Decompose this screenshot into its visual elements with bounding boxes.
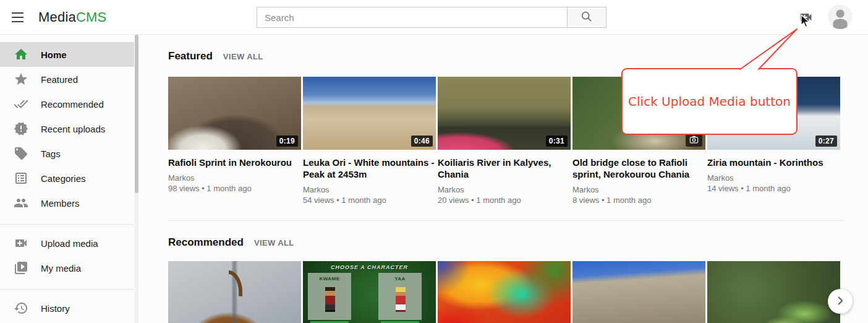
upload-media-icon — [14, 236, 28, 251]
annotation-text: Click Upload Media button — [628, 94, 791, 109]
logo-cms-text: CMS — [76, 9, 107, 25]
video-thumbnail[interactable] — [707, 261, 840, 323]
person-icon — [828, 20, 853, 29]
site-logo[interactable]: MediaCMS — [38, 0, 106, 35]
sidebar-item-featured[interactable]: Featured — [0, 67, 134, 92]
recommended-section-header: Recommended VIEW ALL — [168, 236, 294, 249]
sidebar-item-history[interactable]: History — [0, 296, 134, 321]
video-card — [168, 261, 301, 323]
duration-badge: 0:27 — [815, 136, 837, 147]
sidebar-item-label: Upload media — [41, 238, 98, 249]
video-meta: 8 views • 1 month ago — [572, 195, 705, 206]
sidebar-item-categories[interactable]: Categories — [0, 166, 134, 191]
video-card: CHOOSE A CHARACTER KWAME YAA Selected Se… — [303, 261, 436, 323]
duration-badge: 0:19 — [276, 136, 298, 147]
carousel-next-button[interactable] — [828, 289, 853, 314]
search-bar — [257, 7, 606, 28]
sidebar-item-recommended[interactable]: Recommended — [0, 92, 134, 116]
video-thumbnail[interactable] — [438, 261, 571, 323]
video-thumbnail[interactable]: 0:31 — [438, 77, 571, 150]
sidebar-nav: Home Featured Recommended Recent uploads… — [0, 35, 140, 323]
duration-badge: 0:46 — [411, 136, 433, 147]
video-meta: 98 views • 1 month ago — [168, 183, 301, 194]
chevron-right-icon — [833, 294, 847, 309]
video-author[interactable]: Markos — [168, 173, 301, 183]
video-thumbnail[interactable]: CHOOSE A CHARACTER KWAME YAA Selected Se… — [303, 261, 436, 323]
section-title: Featured — [168, 50, 213, 62]
sidebar-item-label: Categories — [41, 173, 86, 184]
sidebar-item-tags[interactable]: Tags — [0, 141, 134, 166]
sidebar-item-label: Tags — [41, 149, 61, 159]
logo-media-text: Media — [38, 9, 76, 25]
video-title[interactable]: Old bridge close to Rafioli sprint, Nero… — [572, 157, 705, 180]
annotation-callout: Click Upload Media button — [621, 68, 798, 135]
section-divider — [168, 220, 843, 221]
game-character-name: YAA — [379, 276, 421, 282]
video-card — [707, 261, 840, 323]
video-meta: 14 views • 1 month ago — [707, 183, 840, 194]
sidebar-item-recent-uploads[interactable]: Recent uploads — [0, 116, 134, 141]
pumpkin-stem-art — [226, 270, 245, 296]
sidebar-scrollbar[interactable] — [135, 35, 138, 323]
upload-media-button[interactable] — [797, 10, 814, 25]
video-thumbnail[interactable]: 0:19 — [168, 77, 301, 150]
search-button[interactable] — [567, 7, 606, 28]
game-character-panel: KWAME — [308, 273, 351, 320]
sidebar-item-label: History — [41, 303, 70, 314]
game-character-sprite — [325, 287, 335, 312]
sidebar-item-label: Recommended — [41, 99, 104, 110]
video-card: 0:46 Leuka Ori - White mountains - Peak … — [303, 77, 436, 206]
video-meta: 20 views • 1 month ago — [438, 195, 571, 206]
sidebar-item-my-media[interactable]: My media — [0, 256, 134, 280]
new-releases-icon — [14, 121, 28, 136]
sidebar-item-label: Home — [41, 50, 67, 60]
search-input[interactable] — [257, 7, 567, 28]
video-thumbnail[interactable] — [168, 261, 301, 323]
video-author[interactable]: Markos — [438, 184, 571, 195]
video-card — [438, 261, 571, 323]
sidebar-item-label: Featured — [41, 74, 78, 85]
sidebar-divider — [0, 289, 134, 290]
video-title[interactable]: Koiliaris River in Kalyves, Chania — [438, 157, 571, 180]
video-thumbnail[interactable] — [572, 261, 705, 323]
history-icon — [14, 301, 28, 316]
categories-icon — [14, 171, 28, 186]
section-title: Recommended — [168, 236, 244, 249]
video-title[interactable]: Ziria mountain - Korinthos — [707, 157, 840, 168]
tag-icon — [14, 146, 28, 161]
sidebar-item-label: Recent uploads — [41, 124, 105, 134]
video-author[interactable]: Markos — [572, 184, 705, 195]
star-icon — [14, 72, 28, 87]
featured-section-header: Featured VIEW ALL — [168, 50, 263, 62]
duration-badge: 0:31 — [546, 136, 568, 147]
recommended-view-all-link[interactable]: VIEW ALL — [254, 238, 294, 248]
video-card: 0:31 Koiliaris River in Kalyves, Chania … — [438, 77, 571, 206]
user-avatar[interactable] — [828, 4, 853, 29]
video-author[interactable]: Markos — [303, 184, 436, 195]
upload-media-icon — [798, 17, 814, 27]
camera-icon — [689, 135, 699, 146]
game-character-sprite — [396, 287, 406, 312]
sidebar-item-members[interactable]: Members — [0, 191, 134, 215]
video-author[interactable]: Markos — [707, 173, 840, 183]
sidebar-divider — [0, 224, 134, 225]
scrollbar-thumb[interactable] — [135, 35, 138, 193]
search-icon — [580, 10, 594, 25]
featured-view-all-link[interactable]: VIEW ALL — [223, 52, 263, 61]
sidebar-item-home[interactable]: Home — [0, 42, 134, 67]
sidebar-item-label: Members — [41, 198, 80, 209]
game-thumb-heading: CHOOSE A CHARACTER — [303, 264, 436, 270]
sidebar-item-upload-media[interactable]: Upload media — [0, 231, 134, 256]
video-thumbnail[interactable]: 0:46 — [303, 77, 436, 150]
video-title[interactable]: Rafioli Sprint in Nerokourou — [168, 157, 301, 168]
home-icon — [14, 47, 28, 62]
camera-badge — [686, 134, 702, 147]
top-header: MediaCMS — [0, 0, 868, 35]
people-icon — [14, 196, 28, 210]
double-check-icon — [14, 97, 28, 111]
video-title[interactable]: Leuka Ori - White mountains - Peak at 24… — [303, 157, 436, 180]
sidebar-item-label: My media — [41, 263, 81, 273]
video-meta: 54 views • 1 month ago — [303, 195, 436, 206]
hamburger-menu-button[interactable] — [8, 8, 27, 27]
video-card — [572, 261, 705, 323]
